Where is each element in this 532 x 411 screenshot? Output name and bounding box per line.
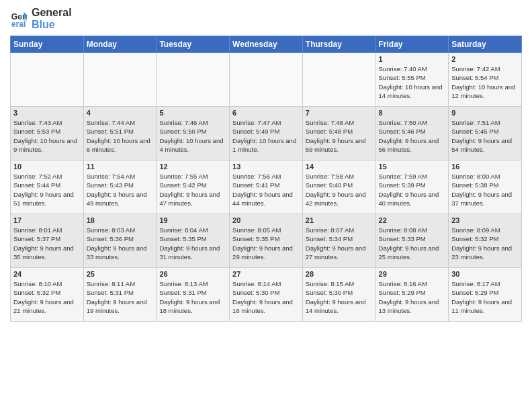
day-number: 7 [306,109,373,117]
calendar-week-row: 3Sunrise: 7:43 AM Sunset: 5:53 PM Daylig… [11,107,522,161]
day-number: 16 [451,163,519,171]
day-number: 2 [451,55,519,63]
day-info: Sunrise: 8:04 AM Sunset: 5:35 PM Dayligh… [159,226,226,261]
calendar-week-row: 17Sunrise: 8:01 AM Sunset: 5:37 PM Dayli… [11,214,522,268]
day-header: Sunday [11,36,84,53]
logo: Gen eral General Blue [10,7,72,30]
day-info: Sunrise: 8:17 AM Sunset: 5:29 PM Dayligh… [451,279,519,315]
day-number: 1 [379,55,446,63]
calendar-cell: 18Sunrise: 8:03 AM Sunset: 5:36 PM Dayli… [83,214,157,268]
day-info: Sunrise: 7:47 AM Sunset: 5:49 PM Dayligh… [232,118,300,154]
day-info: Sunrise: 8:16 AM Sunset: 5:29 PM Dayligh… [379,279,446,315]
day-header: Saturday [449,36,522,53]
day-number: 29 [379,270,446,278]
day-number: 9 [451,109,519,117]
calendar-cell [157,53,230,107]
calendar-page: Gen eral General Blue SundayMondayTuesda… [0,0,532,328]
calendar-week-row: 1Sunrise: 7:40 AM Sunset: 5:55 PM Daylig… [11,53,522,107]
day-info: Sunrise: 7:46 AM Sunset: 5:50 PM Dayligh… [159,118,226,154]
calendar-week-row: 24Sunrise: 8:10 AM Sunset: 5:32 PM Dayli… [11,268,522,322]
calendar-cell: 17Sunrise: 8:01 AM Sunset: 5:37 PM Dayli… [11,214,84,268]
day-number: 13 [232,163,300,171]
day-info: Sunrise: 8:13 AM Sunset: 5:31 PM Dayligh… [159,279,226,315]
calendar-cell: 26Sunrise: 8:13 AM Sunset: 5:31 PM Dayli… [157,268,230,322]
calendar-cell: 16Sunrise: 8:00 AM Sunset: 5:38 PM Dayli… [449,161,522,214]
calendar-cell: 23Sunrise: 8:09 AM Sunset: 5:32 PM Dayli… [449,214,522,268]
logo-icon: Gen eral [10,9,29,28]
day-info: Sunrise: 8:00 AM Sunset: 5:38 PM Dayligh… [451,172,519,208]
calendar-header-row: SundayMondayTuesdayWednesdayThursdayFrid… [11,36,522,53]
day-info: Sunrise: 7:42 AM Sunset: 5:54 PM Dayligh… [451,64,519,100]
day-number: 24 [13,270,81,278]
calendar-cell: 4Sunrise: 7:44 AM Sunset: 5:51 PM Daylig… [83,107,157,161]
day-number: 14 [306,163,373,171]
calendar-cell: 2Sunrise: 7:42 AM Sunset: 5:54 PM Daylig… [449,53,522,107]
calendar-cell: 21Sunrise: 8:07 AM Sunset: 5:34 PM Dayli… [302,214,375,268]
calendar-cell: 3Sunrise: 7:43 AM Sunset: 5:53 PM Daylig… [11,107,84,161]
day-number: 27 [232,270,300,278]
day-number: 30 [451,270,519,278]
day-number: 10 [13,163,81,171]
day-info: Sunrise: 7:40 AM Sunset: 5:55 PM Dayligh… [379,64,446,100]
day-number: 18 [87,216,154,224]
calendar-cell [302,53,375,107]
calendar-cell: 25Sunrise: 8:11 AM Sunset: 5:31 PM Dayli… [83,268,157,322]
day-info: Sunrise: 8:05 AM Sunset: 5:35 PM Dayligh… [232,226,300,261]
calendar-cell [230,53,303,107]
day-header: Friday [375,36,449,53]
day-number: 6 [232,109,300,117]
day-info: Sunrise: 7:48 AM Sunset: 5:48 PM Dayligh… [306,118,373,154]
calendar-cell: 28Sunrise: 8:15 AM Sunset: 5:30 PM Dayli… [302,268,375,322]
calendar-cell: 11Sunrise: 7:54 AM Sunset: 5:43 PM Dayli… [83,161,157,214]
day-number: 21 [306,216,373,224]
calendar-cell: 15Sunrise: 7:59 AM Sunset: 5:39 PM Dayli… [375,161,449,214]
calendar-cell: 24Sunrise: 8:10 AM Sunset: 5:32 PM Dayli… [11,268,84,322]
day-info: Sunrise: 7:55 AM Sunset: 5:42 PM Dayligh… [159,172,226,208]
header: Gen eral General Blue [10,7,522,30]
day-info: Sunrise: 8:03 AM Sunset: 5:36 PM Dayligh… [87,226,154,261]
day-number: 20 [232,216,300,224]
day-info: Sunrise: 8:01 AM Sunset: 5:37 PM Dayligh… [13,226,81,261]
calendar-cell: 9Sunrise: 7:51 AM Sunset: 5:45 PM Daylig… [449,107,522,161]
day-info: Sunrise: 7:59 AM Sunset: 5:39 PM Dayligh… [379,172,446,208]
calendar-cell: 19Sunrise: 8:04 AM Sunset: 5:35 PM Dayli… [157,214,230,268]
day-number: 17 [13,216,81,224]
day-number: 19 [159,216,226,224]
calendar-week-row: 10Sunrise: 7:52 AM Sunset: 5:44 PM Dayli… [11,161,522,214]
day-info: Sunrise: 8:14 AM Sunset: 5:30 PM Dayligh… [232,279,300,315]
day-info: Sunrise: 7:44 AM Sunset: 5:51 PM Dayligh… [87,118,154,154]
day-info: Sunrise: 7:51 AM Sunset: 5:45 PM Dayligh… [451,118,519,154]
day-info: Sunrise: 7:58 AM Sunset: 5:40 PM Dayligh… [306,172,373,208]
calendar-cell [11,53,84,107]
day-info: Sunrise: 7:54 AM Sunset: 5:43 PM Dayligh… [87,172,154,208]
calendar-cell: 14Sunrise: 7:58 AM Sunset: 5:40 PM Dayli… [302,161,375,214]
calendar-cell [83,53,157,107]
day-number: 4 [87,109,154,117]
day-number: 3 [13,109,81,117]
day-info: Sunrise: 8:07 AM Sunset: 5:34 PM Dayligh… [306,226,373,261]
calendar-cell: 1Sunrise: 7:40 AM Sunset: 5:55 PM Daylig… [375,53,449,107]
day-number: 26 [159,270,226,278]
svg-text:eral: eral [11,19,26,28]
day-info: Sunrise: 8:08 AM Sunset: 5:33 PM Dayligh… [379,226,446,261]
calendar-cell: 20Sunrise: 8:05 AM Sunset: 5:35 PM Dayli… [230,214,303,268]
calendar-cell: 27Sunrise: 8:14 AM Sunset: 5:30 PM Dayli… [230,268,303,322]
day-header: Wednesday [230,36,303,53]
day-number: 5 [159,109,226,117]
calendar-cell: 7Sunrise: 7:48 AM Sunset: 5:48 PM Daylig… [302,107,375,161]
day-info: Sunrise: 8:11 AM Sunset: 5:31 PM Dayligh… [87,279,154,315]
calendar-cell: 29Sunrise: 8:16 AM Sunset: 5:29 PM Dayli… [375,268,449,322]
calendar-table: SundayMondayTuesdayWednesdayThursdayFrid… [10,36,522,322]
calendar-cell: 6Sunrise: 7:47 AM Sunset: 5:49 PM Daylig… [230,107,303,161]
day-info: Sunrise: 7:50 AM Sunset: 5:46 PM Dayligh… [379,118,446,154]
calendar-cell: 5Sunrise: 7:46 AM Sunset: 5:50 PM Daylig… [157,107,230,161]
logo-blue: Blue [32,19,72,31]
day-header: Monday [83,36,157,53]
calendar-cell: 10Sunrise: 7:52 AM Sunset: 5:44 PM Dayli… [11,161,84,214]
day-number: 22 [379,216,446,224]
day-number: 12 [159,163,226,171]
day-number: 23 [451,216,519,224]
day-number: 28 [306,270,373,278]
calendar-cell: 30Sunrise: 8:17 AM Sunset: 5:29 PM Dayli… [449,268,522,322]
logo-text: General [32,7,72,19]
